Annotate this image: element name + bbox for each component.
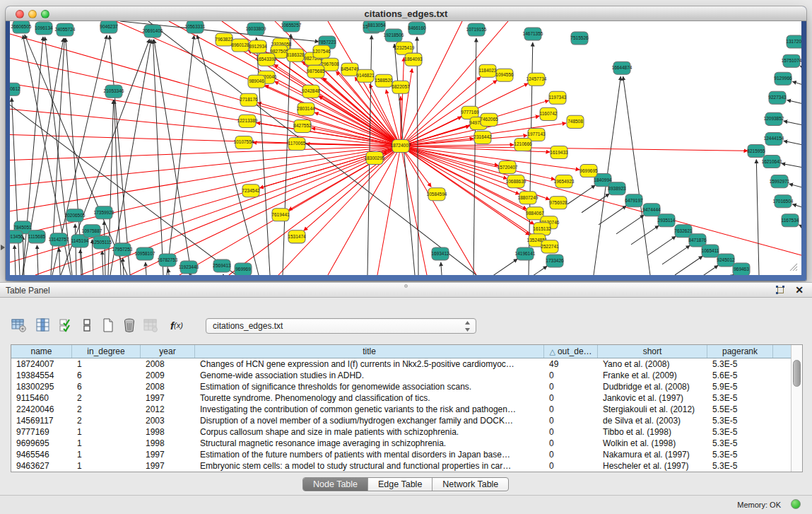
graph-node-teal[interactable]: 8215955 — [747, 144, 765, 157]
graph-node-teal[interactable]: 16210643 — [762, 156, 782, 168]
graph-node-yellow[interactable]: 1094556 — [495, 69, 514, 81]
graph-node-teal[interactable]: 2935114 — [658, 214, 676, 227]
graph-node-yellow[interactable]: 7963822 — [215, 33, 233, 46]
table-header-row[interactable]: namein_degreeyeartitle△out_de…shortpager… — [11, 345, 791, 358]
float-panel-icon[interactable] — [775, 286, 785, 295]
graph-node-teal[interactable]: 21053346 — [104, 85, 124, 98]
column-header-name[interactable]: name — [11, 345, 72, 358]
table-row[interactable]: 946554611997Estimation of the future num… — [11, 449, 791, 460]
row-height-icon[interactable] — [78, 316, 96, 334]
graph-node-yellow[interactable]: 12457734 — [526, 73, 547, 86]
column-header-pagerank[interactable]: pagerank — [707, 345, 773, 358]
graph-node-teal[interactable]: 9129966 — [774, 72, 792, 85]
graph-node-teal[interactable]: 10958107 — [135, 247, 155, 260]
table-row[interactable]: 969969511998Structural magnetic resonanc… — [11, 438, 791, 449]
graph-node-yellow[interactable]: 12213389 — [237, 115, 258, 127]
graph-node-teal[interactable]: 12505115 — [92, 236, 112, 249]
node-table[interactable]: namein_degreeyeartitle△out_de…shortpager… — [11, 344, 803, 472]
graph-node-teal[interactable]: 7515526 — [570, 32, 589, 45]
canvas-resize-grip[interactable] — [790, 264, 797, 271]
graph-node-yellow[interactable]: 8427552 — [293, 119, 312, 132]
graph-node-teal[interactable]: 15751074 — [782, 54, 801, 67]
graph-node-yellow[interactable]: 989046 — [248, 75, 265, 88]
graph-node-teal[interactable]: 969969 — [235, 263, 252, 275]
collapsed-panel-arrow-icon[interactable] — [1, 245, 5, 250]
graph-node-teal[interactable]: 16782753 — [158, 254, 178, 267]
graph-node-teal[interactable]: 17957253 — [112, 243, 133, 256]
graph-node-yellow[interactable]: 1197343 — [549, 91, 567, 104]
window-titlebar[interactable]: citations_edges.txt — [6, 6, 806, 21]
graph-node-teal[interactable]: 14671355 — [523, 28, 543, 40]
graph-node-teal[interactable]: 15992971 — [770, 175, 790, 188]
show-columns-icon[interactable] — [34, 316, 52, 334]
graph-node-teal[interactable]: 12444154 — [764, 132, 784, 145]
graph-node-yellow[interactable]: 8186328 — [286, 49, 305, 62]
graph-node-yellow[interactable]: 8912934 — [249, 40, 267, 53]
graph-node-yellow[interactable]: 1207546 — [312, 45, 331, 58]
table-row[interactable]: 911546021997Tourette syndrome. Phenomeno… — [11, 392, 791, 404]
tab-network-table[interactable]: Network Table — [433, 478, 508, 491]
table-row[interactable]: 1830029562008Estimation of significance … — [11, 381, 791, 392]
graph-node-yellow[interactable]: 8960128 — [231, 39, 249, 52]
graph-node-yellow[interactable]: 7619441 — [271, 209, 290, 221]
graph-node-yellow[interactable]: 9875685 — [307, 65, 325, 78]
memory-ok-indicator-icon[interactable] — [791, 499, 801, 509]
graph-node-yellow[interactable]: 18724007 — [391, 139, 411, 152]
graph-node-teal[interactable]: 10563331 — [185, 21, 206, 33]
graph-node-teal[interactable]: 6479197 — [625, 194, 643, 207]
graph-node-teal[interactable]: 1065411 — [702, 245, 719, 257]
graph-node-yellow[interactable]: 1615132 — [533, 223, 551, 235]
table-row[interactable]: 2242004622012Investigating the contribut… — [11, 404, 791, 415]
graph-node-yellow[interactable]: 9146821 — [356, 69, 375, 82]
new-document-icon[interactable] — [99, 316, 117, 334]
graph-node-teal[interactable]: 9474444 — [642, 204, 661, 216]
table-row[interactable]: 1938455462009Genome-wide association stu… — [11, 370, 791, 381]
graph-node-teal[interactable]: 1115685 — [28, 230, 46, 243]
graph-node-teal[interactable]: 20691406 — [143, 25, 163, 37]
graph-node-teal[interactable]: 1693412 — [431, 247, 449, 260]
network-canvas[interactable]: 2660650510961342405572490462372069140610… — [10, 21, 801, 275]
graph-node-teal[interactable]: 9245012 — [717, 254, 735, 267]
tab-node-table[interactable]: Node Table — [303, 478, 368, 491]
table-settings-icon[interactable] — [10, 316, 28, 334]
graph-node-teal[interactable]: 26606505 — [11, 21, 32, 33]
graph-node-yellow[interactable]: 12325419 — [394, 42, 415, 54]
graph-node-teal[interactable]: 20206505 — [65, 209, 86, 222]
table-row[interactable]: 946362711997Embryonic stem cells: a mode… — [11, 460, 791, 472]
citation-network-graph[interactable]: 2660650510961342405572490462372069140610… — [10, 21, 801, 275]
graph-node-yellow[interactable]: 1210666 — [514, 138, 532, 151]
graph-node-yellow[interactable]: 18300295 — [365, 152, 385, 165]
graph-node-teal[interactable]: 10975887 — [82, 225, 102, 238]
graph-node-teal[interactable]: 3913456 — [10, 230, 23, 243]
graph-node-teal[interactable]: 1733426 — [546, 255, 564, 267]
graph-node-yellow[interactable]: 2718176 — [240, 93, 258, 106]
graph-node-yellow[interactable]: 748508 — [567, 115, 584, 128]
graph-node-teal[interactable]: 14196141 — [515, 247, 536, 260]
graph-node-teal[interactable]: 8813054 — [367, 21, 386, 32]
graph-node-yellow[interactable]: 1864093 — [404, 53, 423, 66]
tab-edge-table[interactable]: Edge Table — [368, 478, 433, 491]
graph-node-yellow[interactable]: 9699695 — [579, 165, 598, 177]
graph-node-yellow[interactable]: 18807249 — [518, 192, 539, 204]
graph-node-teal[interactable]: 11923448 — [179, 261, 199, 274]
column-header-in_degree[interactable]: in_degree — [72, 345, 141, 358]
graph-node-yellow[interactable]: 10107554 — [234, 136, 254, 148]
function-builder-icon[interactable]: f(x) — [167, 316, 186, 334]
graph-node-teal[interactable]: 8466160 — [408, 22, 426, 35]
column-header-short[interactable]: short — [598, 345, 707, 358]
graph-node-yellow[interactable]: 16543392 — [257, 53, 277, 66]
delete-icon[interactable] — [120, 316, 139, 334]
table-row[interactable]: 1456911722003Disruption of a novel membe… — [11, 415, 791, 426]
graph-node-teal[interactable]: 10655257 — [281, 21, 302, 32]
table-body[interactable]: 1872400712008Changes of HCN gene express… — [11, 358, 791, 472]
graph-node-yellow[interactable]: 1160742 — [540, 107, 558, 120]
graph-node-yellow[interactable]: 1170065 — [288, 137, 306, 150]
graph-node-yellow[interactable]: 2803144 — [297, 103, 315, 115]
graph-node-yellow[interactable]: 1184023 — [479, 64, 497, 77]
graph-node-teal[interactable]: 16644874 — [612, 62, 632, 74]
graph-node-yellow[interactable]: 6822057 — [392, 81, 410, 93]
graph-node-yellow[interactable]: 1531474 — [288, 230, 306, 243]
column-header-out_de[interactable]: △out_de… — [544, 345, 598, 358]
graph-node-yellow[interactable]: 9756928 — [549, 197, 567, 209]
graph-node-yellow[interactable]: 15720407 — [498, 161, 518, 174]
